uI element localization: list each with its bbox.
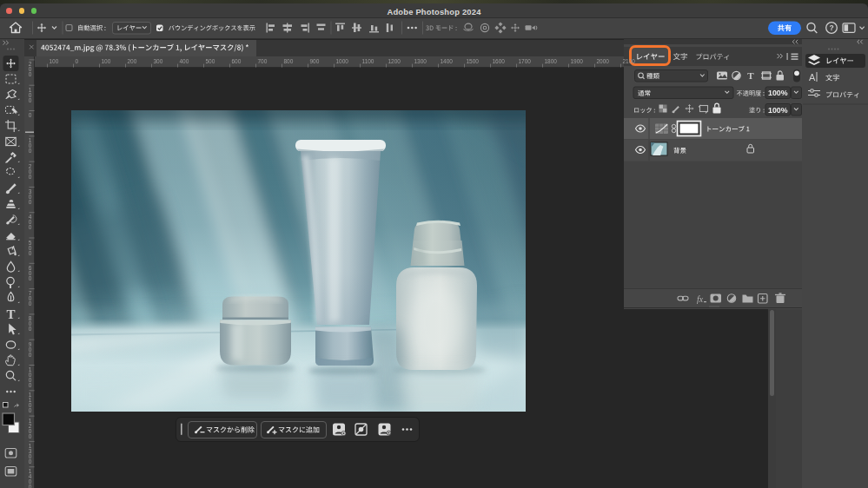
svg-text:900: 900 [310, 58, 320, 64]
svg-text:800: 800 [284, 58, 294, 64]
svg-text:1100: 1100 [362, 58, 374, 64]
svg-text:1900: 1900 [571, 58, 584, 64]
svg-text:700: 700 [258, 58, 268, 64]
svg-text:500: 500 [206, 58, 215, 64]
svg-text:0: 0 [29, 174, 32, 180]
svg-text:A: A [809, 72, 816, 82]
svg-text:0: 0 [29, 326, 32, 332]
svg-text:0: 0 [29, 148, 32, 154]
svg-text:1600: 1600 [493, 58, 506, 64]
svg-text:0: 0 [29, 458, 32, 465]
svg-text:400: 400 [180, 58, 189, 64]
svg-text:0: 0 [29, 484, 32, 488]
svg-text:0: 0 [29, 352, 32, 358]
svg-text:0: 0 [29, 71, 32, 77]
svg-text:0: 0 [29, 97, 32, 103]
svg-text:T: T [6, 307, 15, 321]
svg-text:0: 0 [29, 407, 32, 413]
svg-text:2000: 2000 [597, 58, 610, 64]
svg-text:100: 100 [50, 58, 59, 64]
svg-text:?: ? [829, 23, 833, 32]
svg-text:fx: fx [697, 294, 704, 304]
svg-text:1500: 1500 [467, 58, 480, 64]
svg-text:1800: 1800 [545, 58, 558, 64]
svg-text:0: 0 [29, 300, 32, 307]
svg-text:0: 0 [29, 433, 32, 439]
svg-text:200: 200 [128, 58, 137, 64]
svg-text:0: 0 [29, 250, 32, 256]
svg-text:T: T [747, 70, 754, 81]
svg-text:100%: 100% [768, 106, 788, 115]
svg-text:1000: 1000 [336, 58, 349, 64]
svg-text:1400: 1400 [441, 58, 454, 64]
svg-text:2100: 2100 [623, 58, 636, 64]
svg-text:1700: 1700 [519, 58, 532, 64]
svg-text:0: 0 [76, 58, 79, 64]
svg-text:100: 100 [102, 58, 111, 64]
svg-text:1300: 1300 [414, 58, 427, 64]
svg-text:600: 600 [232, 58, 242, 64]
svg-text:0: 0 [29, 275, 32, 281]
svg-text:0: 0 [29, 199, 32, 205]
svg-text:0: 0 [29, 224, 32, 230]
svg-text:300: 300 [154, 58, 163, 64]
svg-text:1200: 1200 [388, 58, 401, 64]
svg-text:0: 0 [29, 382, 32, 388]
svg-text:100%: 100% [768, 89, 788, 97]
svg-text:0: 0 [29, 112, 32, 118]
